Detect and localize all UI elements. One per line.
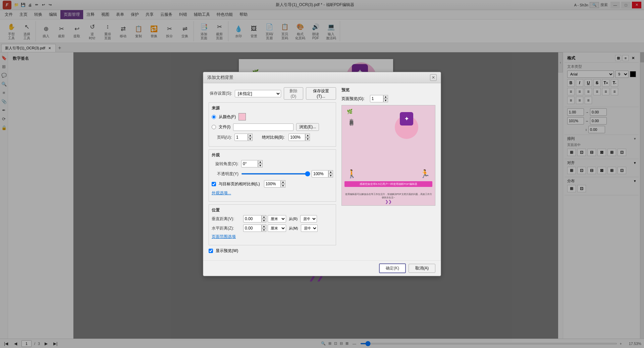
- page-number-spinner[interactable]: ▲ ▼: [234, 134, 253, 141]
- rel-scale-down[interactable]: ▼: [281, 184, 285, 188]
- horizontal-row: 水平距离(Z): ▲ ▼ 厘米 从(M): [212, 225, 333, 232]
- page-preview-row: 页面预览(G): ▲ ▼: [341, 95, 435, 102]
- color-picker[interactable]: [238, 113, 246, 120]
- ok-button[interactable]: 确定(K): [379, 263, 406, 273]
- dialog-title-bar: 添加文档背景 ✕: [203, 72, 441, 83]
- rel-scale-up[interactable]: ▲: [281, 180, 285, 184]
- vertical-label: 垂直距离(V):: [212, 216, 242, 222]
- source-section-title: 来源: [212, 105, 333, 111]
- horizontal-spinner[interactable]: ▲ ▼: [243, 225, 266, 232]
- page-label: 页码(U):: [212, 135, 232, 140]
- save-settings-label: 保存设置(S):: [209, 91, 232, 96]
- file-radio[interactable]: [212, 125, 216, 129]
- dialog-footer: 确定(K) 取消(A): [203, 260, 441, 276]
- relative-scale-spinner[interactable]: ▲ ▼: [264, 180, 285, 188]
- preview-leaf: 🌿: [347, 109, 353, 114]
- page-preview-spinner[interactable]: ▲ ▼: [370, 95, 388, 102]
- page-preview-label: 页面预览(G):: [341, 96, 365, 102]
- horizontal-field[interactable]: [243, 225, 262, 232]
- rotation-spinner[interactable]: ▲ ▼: [241, 160, 263, 167]
- rotation-down-btn[interactable]: ▼: [258, 164, 263, 167]
- preview-app-icon: ✦: [400, 112, 413, 126]
- cancel-button[interactable]: 取消(A): [409, 264, 435, 273]
- show-preview-checkbox[interactable]: [209, 249, 213, 253]
- rotation-label: 旋转角度(O):: [212, 161, 238, 167]
- page-preview-field[interactable]: [370, 95, 383, 102]
- show-preview-row: 显示预览(W): [209, 248, 336, 254]
- delete-settings-button[interactable]: 删除(D): [284, 87, 303, 100]
- page-up-btn[interactable]: ▲: [248, 134, 253, 137]
- preview-sub: 使用编辑器可以解放自在等工作生活方，快速解决PDF文档方面的问题，高效工作方便快…: [344, 193, 432, 199]
- position-title: 位置: [212, 207, 333, 213]
- preview-inner: ✦ 欢迎来到福昕 🌿 🚶 🏃 感谢您如全球6.5亿用户一样使用福昕PDF编辑器: [342, 105, 435, 205]
- save-settings-row: 保存设置(S): [未指定] 删除(D) 保存设置(T)...: [209, 87, 336, 100]
- vertical-unit-select[interactable]: 厘米: [268, 215, 286, 222]
- preview-page-down[interactable]: ▼: [383, 99, 388, 102]
- opacity-up-btn[interactable]: ▲: [328, 170, 333, 174]
- vertical-spinner[interactable]: ▲ ▼: [243, 215, 266, 222]
- scale-up-btn[interactable]: ▲: [305, 134, 310, 137]
- opacity-row: 不透明度(Y) ▲ ▼: [212, 170, 333, 178]
- position-section: 位置 垂直距离(V): ▲ ▼ 厘米 从(R: [209, 204, 336, 245]
- save-settings-select[interactable]: [未指定]: [235, 90, 281, 97]
- opacity-slider[interactable]: [241, 173, 310, 175]
- rotation-up-btn[interactable]: ▲: [258, 160, 263, 164]
- relative-scale-label: 与目标页的相对比例(L): [219, 181, 260, 187]
- h-down-btn[interactable]: ▼: [262, 228, 266, 232]
- page-down-btn[interactable]: ▼: [248, 137, 253, 141]
- preview-person-right: 🏃: [420, 169, 430, 179]
- preview-banner: 感谢您如全球6.5亿用户一样使用福昕PDF编辑器: [344, 181, 432, 187]
- v-up-btn[interactable]: ▲: [262, 215, 266, 219]
- file-radio-row: 文件(I) 浏览(E)...: [212, 123, 333, 131]
- h-up-btn[interactable]: ▲: [262, 225, 266, 228]
- relative-scale-value[interactable]: [264, 180, 281, 188]
- scale-down-btn[interactable]: ▼: [305, 137, 310, 141]
- page-range-link[interactable]: 页面范围选项: [212, 234, 236, 240]
- horizontal-from-select[interactable]: 居中: [301, 225, 318, 232]
- source-section: 来源 从颜色(F) 文件(I) 浏览(E)... 页码(U):: [209, 102, 336, 147]
- from-r-label: 从(R): [289, 216, 298, 221]
- page-scale-row: 页码(U): ▲ ▼ 绝对比例(B): ▲: [212, 134, 333, 141]
- dialog-right-panel: 预览 页面预览(G): ▲ ▼: [341, 87, 435, 256]
- opacity-down-btn[interactable]: ▼: [328, 174, 333, 178]
- color-radio-row: 从颜色(F): [212, 113, 333, 120]
- scale-spinner[interactable]: ▲ ▼: [288, 134, 310, 141]
- dialog-body: 保存设置(S): [未指定] 删除(D) 保存设置(T)... 来源 从颜色(F…: [203, 83, 441, 260]
- dialog-close-button[interactable]: ✕: [430, 74, 437, 81]
- relative-scale-check[interactable]: [212, 182, 216, 186]
- horizontal-label: 水平距离(Z):: [212, 226, 242, 231]
- color-label: 从颜色(F): [219, 114, 236, 120]
- save-settings-button[interactable]: 保存设置(T)...: [306, 87, 336, 100]
- v-down-btn[interactable]: ▼: [262, 219, 266, 222]
- file-path-input[interactable]: [233, 123, 293, 131]
- preview-welcome-text: 欢迎来到福昕: [348, 115, 354, 119]
- rotation-field[interactable]: [241, 160, 258, 167]
- file-label: 文件(I): [219, 124, 230, 130]
- opacity-value[interactable]: [312, 170, 328, 178]
- from-m-label: 从(M): [289, 226, 298, 231]
- relative-scale-row: 与目标页的相对比例(L) ▲ ▼: [212, 180, 333, 188]
- preview-box: ✦ 欢迎来到福昕 🌿 🚶 🏃 感谢您如全球6.5亿用户一样使用福昕PDF编辑器: [341, 105, 435, 206]
- preview-page-up[interactable]: ▲: [383, 95, 388, 99]
- preview-arrows: ❯❯: [385, 199, 392, 204]
- horizontal-unit-select[interactable]: 厘米: [268, 225, 286, 232]
- page-number-field[interactable]: [234, 134, 248, 141]
- preview-section-title: 预览: [341, 87, 435, 93]
- opacity-slider-wrap: ▲ ▼: [241, 170, 333, 178]
- preview-person-left: 🚶: [347, 169, 357, 179]
- add-background-dialog: 添加文档背景 ✕ 保存设置(S): [未指定] 删除(D) 保存设置(T)...: [203, 72, 441, 276]
- appearance-link-row: 外观选项...: [212, 190, 333, 196]
- appearance-options-link[interactable]: 外观选项...: [212, 190, 231, 196]
- color-radio[interactable]: [212, 115, 216, 119]
- opacity-value-wrap: ▲ ▼: [312, 170, 333, 178]
- dialog-title: 添加文档背景: [207, 74, 233, 81]
- page-range-row: 页面范围选项: [212, 234, 333, 240]
- browse-button[interactable]: 浏览(E)...: [296, 123, 319, 131]
- scale-field[interactable]: [288, 134, 305, 141]
- vertical-row: 垂直距离(V): ▲ ▼ 厘米 从(R): [212, 215, 333, 222]
- show-preview-label: 显示预览(W): [216, 248, 238, 254]
- vertical-from-select[interactable]: 居中: [300, 215, 317, 222]
- vertical-field[interactable]: [243, 215, 262, 222]
- opacity-label: 不透明度(Y): [212, 171, 238, 177]
- appearance-title: 外观: [212, 152, 333, 158]
